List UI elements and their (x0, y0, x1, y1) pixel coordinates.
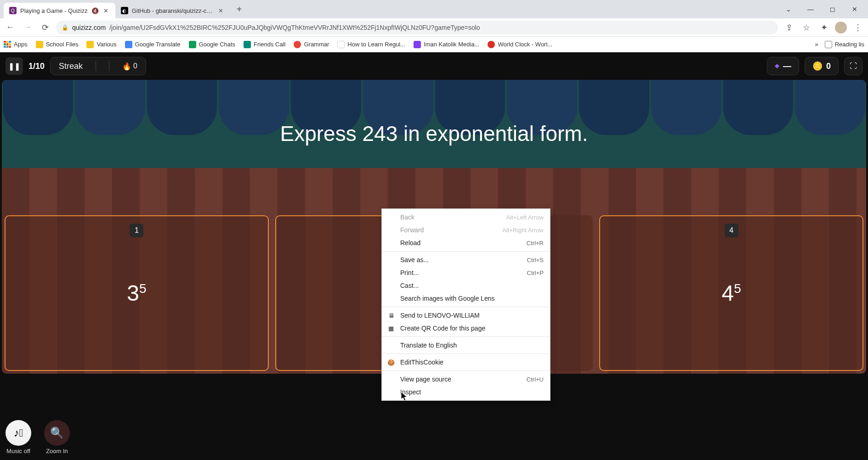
context-menu-label: Reload (400, 239, 420, 247)
context-menu-shortcut: Ctrl+U (527, 376, 544, 383)
forward-icon[interactable]: → (21, 21, 34, 34)
context-menu-shortcut: Alt+Right Arrow (502, 227, 544, 234)
context-menu-label: Save as... (400, 256, 429, 264)
quizizz-favicon-icon: Q (9, 7, 17, 14)
bookmark-item[interactable]: Various (86, 41, 116, 48)
close-icon[interactable]: ✕ (102, 7, 110, 14)
pause-button[interactable]: ❚❚ (6, 57, 23, 75)
extensions-icon[interactable]: ✦ (817, 21, 830, 34)
streak-fire: 🔥0 (122, 62, 137, 71)
lock-icon[interactable]: 🔒 (62, 24, 68, 31)
streak-label: Streak (59, 62, 83, 71)
context-menu-item[interactable]: Search images with Google Lens (382, 292, 550, 305)
context-menu-shortcut: Alt+Left Arrow (506, 214, 544, 221)
bookmark-item[interactable]: Friends Call (244, 41, 285, 48)
music-label: Music off (6, 448, 30, 454)
answer-number: 4 (725, 224, 738, 237)
bookmarks-bar: Apps School Files Various Google Transla… (0, 37, 868, 52)
url-path: /join/game/U2FsdGVkX1%252BIRC%252FJU0uPa… (109, 24, 480, 31)
context-menu-label: Cast... (400, 282, 419, 289)
star-icon[interactable]: ☆ (800, 21, 813, 34)
game-topbar: ❚❚ 1/10 Streak 🔥0 ⌖— 🪙0 ⛶ (0, 52, 868, 80)
context-menu-shortcut: Ctrl+S (527, 257, 544, 264)
context-menu-item[interactable]: Print...Ctrl+P (382, 266, 550, 279)
context-menu-item[interactable]: Save as...Ctrl+S (382, 253, 550, 266)
mute-icon[interactable]: 🔇 (91, 7, 99, 14)
url-domain: quizizz.com (72, 24, 106, 31)
fullscreen-button[interactable]: ⛶ (844, 57, 862, 75)
tab-quizizz[interactable]: Q Playing a Game - Quizizz 🔇 ✕ (4, 3, 115, 18)
bookmark-item[interactable]: Google Chats (189, 41, 236, 48)
answer-option-4[interactable]: 4 45 (599, 215, 863, 371)
context-menu-item[interactable]: ReloadCtrl+R (382, 236, 550, 249)
zoom-in-button[interactable]: 🔍 Zoom In (44, 420, 70, 454)
divider (109, 61, 109, 71)
streak-box: Streak 🔥0 (50, 57, 146, 75)
reload-icon[interactable]: ⟳ (39, 21, 51, 34)
folder-icon (36, 41, 43, 48)
bookmark-item[interactable]: World Clock - Worl... (488, 41, 552, 48)
context-menu-item[interactable]: Cast... (382, 279, 550, 292)
chevron-down-icon[interactable]: ⌄ (783, 6, 794, 13)
context-menu-item[interactable]: ▦Create QR Code for this page (382, 322, 550, 335)
context-menu-item[interactable]: Translate to English (382, 339, 550, 352)
right-stats: ⌖— 🪙0 ⛶ (767, 57, 862, 75)
bookmark-item[interactable]: How to Learn Regul... (337, 41, 405, 48)
music-off-icon: ♪⃠ (6, 420, 31, 446)
context-menu-label: EditThisCookie (400, 359, 443, 366)
context-menu-item[interactable]: 🍪EditThisCookie (382, 356, 550, 369)
new-tab-button[interactable]: + (233, 3, 246, 16)
zoom-in-icon: 🔍 (44, 420, 70, 446)
address-bar-row: ← → ⟳ 🔒 quizizz.com/join/game/U2FsdGVkX1… (0, 18, 868, 37)
menu-icon[interactable]: ⋮ (851, 21, 864, 34)
github-favicon-icon: ◐ (121, 7, 128, 14)
minimize-icon[interactable]: — (805, 6, 817, 13)
maximize-icon[interactable]: ◻ (827, 6, 839, 13)
back-icon[interactable]: ← (4, 21, 17, 34)
apps-button[interactable]: Apps (4, 41, 28, 48)
reading-list-icon (825, 41, 832, 48)
game-area: ❚❚ 1/10 Streak 🔥0 ⌖— 🪙0 ⛶ Express 243 in… (0, 52, 868, 460)
divider (96, 61, 96, 71)
overflow-icon[interactable]: » (815, 41, 818, 48)
context-menu-shortcut: Ctrl+P (527, 269, 544, 276)
close-icon[interactable]: ✕ (217, 7, 225, 14)
music-toggle[interactable]: ♪⃠ Music off (6, 420, 31, 454)
answer-option-3[interactable] (546, 215, 593, 371)
answer-option-1[interactable]: 1 35 (5, 215, 269, 371)
context-menu-label: Create QR Code for this page (400, 325, 485, 332)
context-menu-label: Print... (400, 269, 419, 276)
context-menu-label: Back (400, 213, 414, 221)
context-menu-item: ForwardAlt+Right Arrow (382, 224, 550, 236)
apps-label: Apps (14, 41, 28, 48)
tab-title: Playing a Game - Quizizz (20, 7, 88, 14)
context-menu-item[interactable]: View page sourceCtrl+U (382, 373, 550, 386)
device-icon: 🖥 (387, 312, 395, 319)
meet-icon (244, 41, 251, 48)
reading-list-button[interactable]: Reading lis (825, 41, 864, 48)
coins-stat[interactable]: 🪙0 (805, 57, 839, 75)
rank-stat[interactable]: ⌖— (767, 57, 799, 75)
grammar-icon (294, 41, 301, 48)
tab-github[interactable]: ◐ GitHub - gbaranski/quizizz-chea ✕ (115, 3, 230, 18)
bookmark-item[interactable]: Iman Katolik Media... (414, 41, 479, 48)
cursor-icon (401, 392, 408, 401)
share-icon[interactable]: ⇪ (783, 21, 795, 34)
clock-icon (488, 41, 495, 48)
bookmark-item[interactable]: Google Translate (125, 41, 181, 48)
profile-avatar[interactable] (835, 22, 847, 34)
zoom-label: Zoom In (46, 448, 68, 454)
context-menu-item[interactable]: 🖥Send to LENOVO-WILLIAM (382, 309, 550, 322)
tab-title: GitHub - gbaranski/quizizz-chea (132, 7, 214, 14)
media-icon (414, 41, 421, 48)
chat-icon (189, 41, 196, 48)
context-menu-shortcut: Ctrl+R (527, 240, 544, 247)
bookmark-item[interactable]: Grammar (294, 41, 329, 48)
question-progress: 1/10 (28, 62, 45, 71)
url-bar[interactable]: 🔒 quizizz.com/join/game/U2FsdGVkX1%252BI… (56, 21, 778, 34)
bookmark-item[interactable]: School Files (36, 41, 79, 48)
close-window-icon[interactable]: ✕ (849, 6, 861, 13)
context-menu-label: Forward (400, 226, 424, 234)
cookie-icon: 🍪 (387, 359, 395, 366)
coins-icon: 🪙 (812, 61, 823, 71)
